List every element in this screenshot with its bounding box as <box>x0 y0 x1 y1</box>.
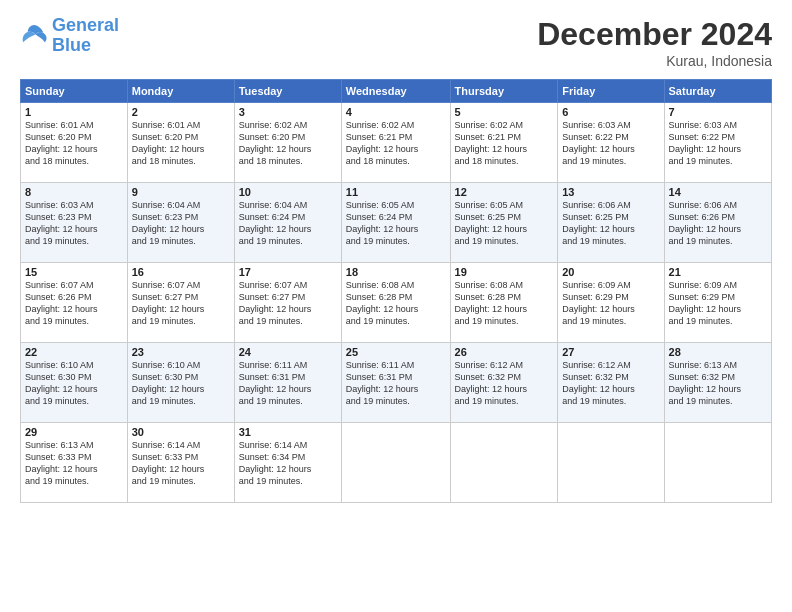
day-info: Sunrise: 6:08 AM Sunset: 6:28 PM Dayligh… <box>455 279 554 328</box>
col-saturday: Saturday <box>664 80 771 103</box>
day-info: Sunrise: 6:09 AM Sunset: 6:29 PM Dayligh… <box>562 279 659 328</box>
week-row-2: 8Sunrise: 6:03 AM Sunset: 6:23 PM Daylig… <box>21 183 772 263</box>
day-info: Sunrise: 6:07 AM Sunset: 6:27 PM Dayligh… <box>239 279 337 328</box>
day-cell: 8Sunrise: 6:03 AM Sunset: 6:23 PM Daylig… <box>21 183 128 263</box>
day-info: Sunrise: 6:12 AM Sunset: 6:32 PM Dayligh… <box>562 359 659 408</box>
day-info: Sunrise: 6:07 AM Sunset: 6:27 PM Dayligh… <box>132 279 230 328</box>
day-cell: 31Sunrise: 6:14 AM Sunset: 6:34 PM Dayli… <box>234 423 341 503</box>
day-cell: 14Sunrise: 6:06 AM Sunset: 6:26 PM Dayli… <box>664 183 771 263</box>
day-number: 15 <box>25 266 123 278</box>
day-cell: 23Sunrise: 6:10 AM Sunset: 6:30 PM Dayli… <box>127 343 234 423</box>
day-cell: 13Sunrise: 6:06 AM Sunset: 6:25 PM Dayli… <box>558 183 664 263</box>
day-cell <box>558 423 664 503</box>
day-number: 2 <box>132 106 230 118</box>
day-cell <box>341 423 450 503</box>
calendar-table: Sunday Monday Tuesday Wednesday Thursday… <box>20 79 772 503</box>
day-cell: 11Sunrise: 6:05 AM Sunset: 6:24 PM Dayli… <box>341 183 450 263</box>
day-cell: 27Sunrise: 6:12 AM Sunset: 6:32 PM Dayli… <box>558 343 664 423</box>
day-number: 26 <box>455 346 554 358</box>
day-info: Sunrise: 6:09 AM Sunset: 6:29 PM Dayligh… <box>669 279 767 328</box>
day-info: Sunrise: 6:06 AM Sunset: 6:26 PM Dayligh… <box>669 199 767 248</box>
day-number: 11 <box>346 186 446 198</box>
day-info: Sunrise: 6:05 AM Sunset: 6:24 PM Dayligh… <box>346 199 446 248</box>
day-info: Sunrise: 6:10 AM Sunset: 6:30 PM Dayligh… <box>132 359 230 408</box>
day-number: 19 <box>455 266 554 278</box>
day-cell: 19Sunrise: 6:08 AM Sunset: 6:28 PM Dayli… <box>450 263 558 343</box>
col-friday: Friday <box>558 80 664 103</box>
day-cell: 28Sunrise: 6:13 AM Sunset: 6:32 PM Dayli… <box>664 343 771 423</box>
day-number: 22 <box>25 346 123 358</box>
day-info: Sunrise: 6:06 AM Sunset: 6:25 PM Dayligh… <box>562 199 659 248</box>
logo-text: General Blue <box>52 16 119 56</box>
day-number: 27 <box>562 346 659 358</box>
col-monday: Monday <box>127 80 234 103</box>
day-cell: 26Sunrise: 6:12 AM Sunset: 6:32 PM Dayli… <box>450 343 558 423</box>
col-thursday: Thursday <box>450 80 558 103</box>
day-info: Sunrise: 6:14 AM Sunset: 6:34 PM Dayligh… <box>239 439 337 488</box>
day-number: 14 <box>669 186 767 198</box>
day-info: Sunrise: 6:10 AM Sunset: 6:30 PM Dayligh… <box>25 359 123 408</box>
day-number: 28 <box>669 346 767 358</box>
day-number: 29 <box>25 426 123 438</box>
day-info: Sunrise: 6:02 AM Sunset: 6:21 PM Dayligh… <box>346 119 446 168</box>
day-info: Sunrise: 6:03 AM Sunset: 6:22 PM Dayligh… <box>562 119 659 168</box>
day-cell: 29Sunrise: 6:13 AM Sunset: 6:33 PM Dayli… <box>21 423 128 503</box>
day-cell: 20Sunrise: 6:09 AM Sunset: 6:29 PM Dayli… <box>558 263 664 343</box>
day-cell: 2Sunrise: 6:01 AM Sunset: 6:20 PM Daylig… <box>127 103 234 183</box>
day-number: 7 <box>669 106 767 118</box>
day-info: Sunrise: 6:04 AM Sunset: 6:24 PM Dayligh… <box>239 199 337 248</box>
location-subtitle: Kurau, Indonesia <box>537 53 772 69</box>
day-cell: 25Sunrise: 6:11 AM Sunset: 6:31 PM Dayli… <box>341 343 450 423</box>
day-cell: 30Sunrise: 6:14 AM Sunset: 6:33 PM Dayli… <box>127 423 234 503</box>
day-number: 9 <box>132 186 230 198</box>
day-info: Sunrise: 6:11 AM Sunset: 6:31 PM Dayligh… <box>239 359 337 408</box>
week-row-1: 1Sunrise: 6:01 AM Sunset: 6:20 PM Daylig… <box>21 103 772 183</box>
col-tuesday: Tuesday <box>234 80 341 103</box>
logo-icon <box>20 22 48 50</box>
week-row-5: 29Sunrise: 6:13 AM Sunset: 6:33 PM Dayli… <box>21 423 772 503</box>
day-cell: 24Sunrise: 6:11 AM Sunset: 6:31 PM Dayli… <box>234 343 341 423</box>
day-number: 21 <box>669 266 767 278</box>
day-info: Sunrise: 6:14 AM Sunset: 6:33 PM Dayligh… <box>132 439 230 488</box>
day-info: Sunrise: 6:02 AM Sunset: 6:21 PM Dayligh… <box>455 119 554 168</box>
day-cell: 6Sunrise: 6:03 AM Sunset: 6:22 PM Daylig… <box>558 103 664 183</box>
day-cell: 16Sunrise: 6:07 AM Sunset: 6:27 PM Dayli… <box>127 263 234 343</box>
title-block: December 2024 Kurau, Indonesia <box>537 16 772 69</box>
day-number: 5 <box>455 106 554 118</box>
day-number: 23 <box>132 346 230 358</box>
col-wednesday: Wednesday <box>341 80 450 103</box>
day-info: Sunrise: 6:03 AM Sunset: 6:22 PM Dayligh… <box>669 119 767 168</box>
day-number: 6 <box>562 106 659 118</box>
day-info: Sunrise: 6:02 AM Sunset: 6:20 PM Dayligh… <box>239 119 337 168</box>
day-number: 13 <box>562 186 659 198</box>
day-number: 30 <box>132 426 230 438</box>
day-info: Sunrise: 6:11 AM Sunset: 6:31 PM Dayligh… <box>346 359 446 408</box>
day-cell: 10Sunrise: 6:04 AM Sunset: 6:24 PM Dayli… <box>234 183 341 263</box>
page: General Blue December 2024 Kurau, Indone… <box>0 0 792 612</box>
week-row-4: 22Sunrise: 6:10 AM Sunset: 6:30 PM Dayli… <box>21 343 772 423</box>
day-cell: 4Sunrise: 6:02 AM Sunset: 6:21 PM Daylig… <box>341 103 450 183</box>
day-cell: 9Sunrise: 6:04 AM Sunset: 6:23 PM Daylig… <box>127 183 234 263</box>
header-row: Sunday Monday Tuesday Wednesday Thursday… <box>21 80 772 103</box>
day-number: 24 <box>239 346 337 358</box>
day-info: Sunrise: 6:05 AM Sunset: 6:25 PM Dayligh… <box>455 199 554 248</box>
day-info: Sunrise: 6:13 AM Sunset: 6:33 PM Dayligh… <box>25 439 123 488</box>
day-cell: 3Sunrise: 6:02 AM Sunset: 6:20 PM Daylig… <box>234 103 341 183</box>
day-cell: 15Sunrise: 6:07 AM Sunset: 6:26 PM Dayli… <box>21 263 128 343</box>
day-number: 25 <box>346 346 446 358</box>
day-number: 4 <box>346 106 446 118</box>
day-number: 10 <box>239 186 337 198</box>
col-sunday: Sunday <box>21 80 128 103</box>
day-info: Sunrise: 6:04 AM Sunset: 6:23 PM Dayligh… <box>132 199 230 248</box>
header: General Blue December 2024 Kurau, Indone… <box>20 16 772 69</box>
day-cell: 21Sunrise: 6:09 AM Sunset: 6:29 PM Dayli… <box>664 263 771 343</box>
day-cell: 7Sunrise: 6:03 AM Sunset: 6:22 PM Daylig… <box>664 103 771 183</box>
day-number: 17 <box>239 266 337 278</box>
day-cell: 5Sunrise: 6:02 AM Sunset: 6:21 PM Daylig… <box>450 103 558 183</box>
day-number: 18 <box>346 266 446 278</box>
day-cell: 22Sunrise: 6:10 AM Sunset: 6:30 PM Dayli… <box>21 343 128 423</box>
day-info: Sunrise: 6:07 AM Sunset: 6:26 PM Dayligh… <box>25 279 123 328</box>
day-info: Sunrise: 6:03 AM Sunset: 6:23 PM Dayligh… <box>25 199 123 248</box>
day-number: 1 <box>25 106 123 118</box>
day-number: 3 <box>239 106 337 118</box>
